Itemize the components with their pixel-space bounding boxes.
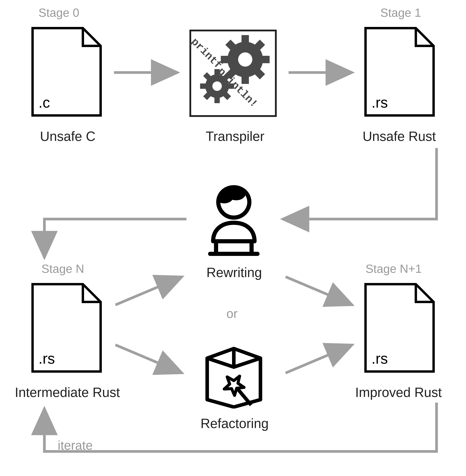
file-intermediate-rust: .rs <box>30 281 104 374</box>
person-icon <box>197 184 271 257</box>
transpiler-process: printf println! <box>189 30 277 117</box>
file-improved-rust: .rs <box>362 281 437 374</box>
stage-1-label: Stage 1 <box>380 6 421 20</box>
svg-rect-13 <box>214 97 220 103</box>
stage-n1-label: Stage N+1 <box>365 262 422 276</box>
arrow-unsafe-rust-to-rewriting <box>283 148 437 219</box>
rewriting-label: Rewriting <box>206 265 262 280</box>
svg-rect-5 <box>262 56 270 63</box>
improved-rust-label: Improved Rust <box>355 385 442 400</box>
arrow-rewriting-to-intermediate <box>44 219 186 257</box>
unsafe-rust-label: Unsafe Rust <box>362 129 436 144</box>
arrow-rewriting-to-improved <box>286 277 352 305</box>
iterate-label: iterate <box>58 438 93 453</box>
file-ext-c: .c <box>38 94 50 111</box>
arrow-intermediate-to-rewriting <box>116 277 182 305</box>
svg-rect-3 <box>242 77 249 84</box>
svg-point-1 <box>238 52 252 67</box>
transpiler-label: Transpiler <box>206 129 264 144</box>
file-unsafe-c: .c <box>30 25 104 118</box>
unsafe-c-label: Unsafe C <box>40 129 95 144</box>
intermediate-rust-label: Intermediate Rust <box>15 385 120 400</box>
refactoring-label: Refactoring <box>200 416 268 431</box>
stage-n-label: Stage N <box>41 262 84 276</box>
stage-0-label: Stage 0 <box>38 6 79 20</box>
svg-rect-14 <box>200 83 206 89</box>
file-unsafe-rust: .rs <box>362 25 437 118</box>
arrow-refactoring-to-improved <box>286 345 352 373</box>
arrow-intermediate-to-refactoring <box>116 345 182 373</box>
file-ext-rs-2: .rs <box>38 350 55 367</box>
file-ext-rs-1: .rs <box>372 94 388 111</box>
file-ext-rs-3: .rs <box>372 350 388 367</box>
or-label: or <box>226 306 238 321</box>
refactoring-box-icon <box>197 335 271 408</box>
svg-rect-2 <box>242 35 249 43</box>
svg-point-11 <box>212 81 222 91</box>
